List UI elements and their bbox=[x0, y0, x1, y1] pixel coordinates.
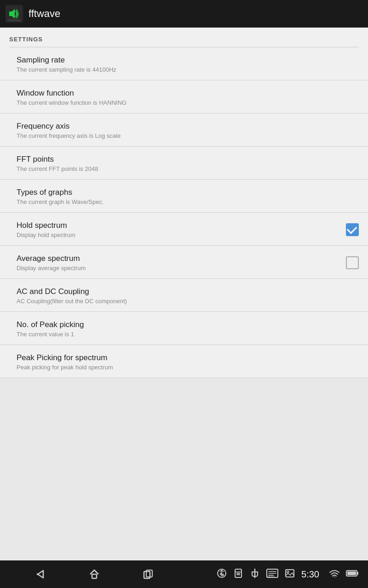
sd-icon bbox=[233, 568, 243, 580]
usb-icon bbox=[217, 568, 227, 580]
setting-item-average-spectrum[interactable]: Average spectrumDisplay average spectrum bbox=[0, 246, 368, 279]
svg-rect-20 bbox=[357, 572, 358, 575]
setting-title-ac-dc-coupling: AC and DC Coupling bbox=[17, 287, 359, 296]
setting-item-sampling-rate[interactable]: Sampling rateThe current sampling rate i… bbox=[0, 47, 368, 80]
main-content: SETTINGS Sampling rateThe current sampli… bbox=[0, 28, 368, 560]
svg-rect-2 bbox=[8, 20, 21, 21]
back-button[interactable] bbox=[34, 568, 47, 581]
settings-list: Sampling rateThe current sampling rate i… bbox=[0, 47, 368, 378]
setting-title-average-spectrum: Average spectrum bbox=[17, 254, 340, 263]
setting-item-ac-dc-coupling[interactable]: AC and DC CouplingAC Coupling(filter out… bbox=[0, 279, 368, 312]
svg-rect-3 bbox=[37, 573, 38, 575]
svg-point-17 bbox=[334, 577, 335, 578]
setting-subtitle-window-function: The current window function is HANNING bbox=[17, 99, 359, 106]
app-title: fftwave bbox=[29, 8, 60, 20]
svg-rect-8 bbox=[220, 573, 222, 575]
svg-rect-12 bbox=[236, 574, 240, 575]
settings-container: SETTINGS Sampling rateThe current sampli… bbox=[0, 28, 368, 378]
nav-right: NEWS 5:30 bbox=[189, 568, 368, 580]
setting-item-types-of-graphs[interactable]: Types of graphsThe current graph is Wave… bbox=[0, 180, 368, 213]
setting-item-fft-points[interactable]: FFT pointsThe current FFT points is 2048 bbox=[0, 147, 368, 180]
svg-point-16 bbox=[287, 571, 289, 573]
svg-rect-9 bbox=[222, 574, 224, 576]
recent-button[interactable] bbox=[142, 568, 155, 581]
battery-icon bbox=[346, 570, 359, 579]
setting-subtitle-frequency-axis: The current frequency axis is Log scale bbox=[17, 132, 359, 139]
svg-rect-11 bbox=[236, 573, 240, 574]
settings-header: SETTINGS bbox=[0, 28, 368, 47]
setting-item-frequency-axis[interactable]: Frequency axisThe current frequency axis… bbox=[0, 113, 368, 147]
setting-subtitle-types-of-graphs: The current graph is Wave/Spec. bbox=[17, 198, 359, 205]
svg-text:NEWS: NEWS bbox=[268, 575, 275, 578]
setting-item-peak-picking-spectrum[interactable]: Peak Picking for spectrumPeak picking fo… bbox=[0, 345, 368, 378]
nav-time: 5:30 bbox=[301, 569, 319, 580]
home-button[interactable] bbox=[88, 568, 101, 581]
setting-item-peak-picking[interactable]: No. of Peak pickingThe current value is … bbox=[0, 312, 368, 345]
app-bar: fftwave bbox=[0, 0, 368, 28]
app-icon bbox=[6, 5, 23, 23]
plug-icon bbox=[250, 568, 260, 580]
photo-icon bbox=[285, 568, 295, 580]
checkbox-hold-spectrum[interactable] bbox=[346, 223, 359, 236]
setting-subtitle-sampling-rate: The current sampling rate is 44100Hz bbox=[17, 66, 359, 73]
setting-title-peak-picking-spectrum: Peak Picking for spectrum bbox=[17, 353, 359, 362]
setting-subtitle-ac-dc-coupling: AC Coupling(filter out the DC component) bbox=[17, 298, 359, 305]
news-icon: NEWS bbox=[266, 568, 278, 580]
setting-subtitle-average-spectrum: Display average spectrum bbox=[17, 265, 340, 271]
nav-left bbox=[0, 568, 189, 581]
setting-item-window-function[interactable]: Window functionThe current window functi… bbox=[0, 80, 368, 113]
setting-subtitle-fft-points: The current FFT points is 2048 bbox=[17, 165, 359, 172]
setting-subtitle-peak-picking-spectrum: Peak picking for peak hold spectrum bbox=[17, 364, 359, 371]
setting-title-types-of-graphs: Types of graphs bbox=[17, 188, 359, 197]
checkbox-average-spectrum[interactable] bbox=[346, 256, 359, 269]
setting-title-window-function: Window function bbox=[17, 89, 359, 98]
nav-bar: NEWS 5:30 bbox=[0, 560, 368, 588]
wifi-icon bbox=[329, 569, 339, 579]
svg-rect-19 bbox=[347, 571, 356, 575]
setting-title-hold-spectrum: Hold spectrum bbox=[17, 221, 340, 230]
setting-title-fft-points: FFT points bbox=[17, 155, 359, 164]
setting-item-hold-spectrum[interactable]: Hold spectrumDisplay hold spectrum bbox=[0, 213, 368, 246]
setting-title-peak-picking: No. of Peak picking bbox=[17, 320, 359, 329]
setting-title-frequency-axis: Frequency axis bbox=[17, 122, 359, 131]
setting-subtitle-hold-spectrum: Display hold spectrum bbox=[17, 232, 340, 238]
settings-label: SETTINGS bbox=[9, 36, 43, 43]
setting-title-sampling-rate: Sampling rate bbox=[17, 56, 359, 65]
svg-rect-4 bbox=[92, 574, 97, 578]
setting-subtitle-peak-picking: The current value is 1 bbox=[17, 331, 359, 338]
